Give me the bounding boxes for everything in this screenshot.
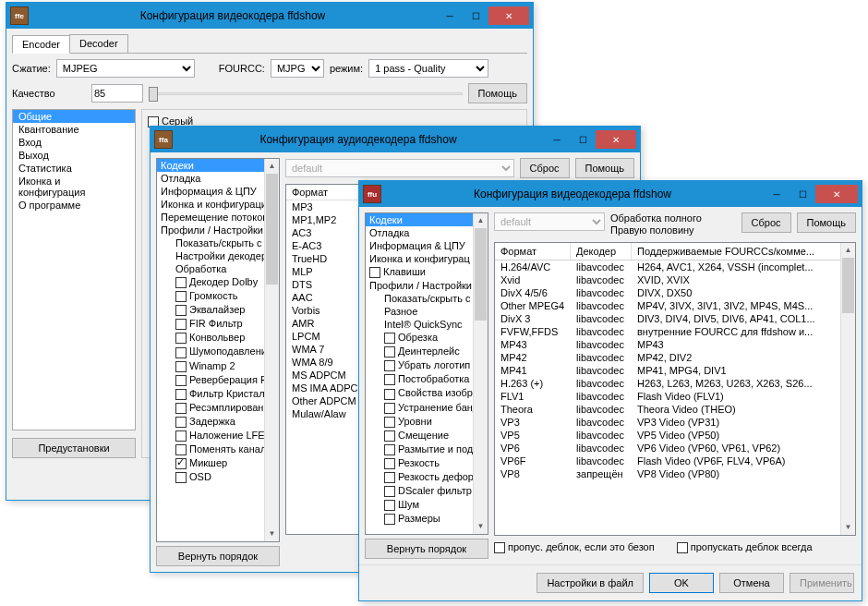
- tree-item[interactable]: Отладка: [157, 172, 279, 185]
- tree-item[interactable]: Микшер: [157, 456, 279, 470]
- th-fourcc[interactable]: Поддерживаемые FOURCCs/комме...: [632, 243, 855, 260]
- help-button[interactable]: Помощь: [468, 83, 528, 103]
- tree-item[interactable]: Профили / Настройки п: [366, 279, 488, 292]
- tree-item[interactable]: Иконка и конфигурац: [366, 252, 488, 265]
- tree-item[interactable]: Intel® QuickSync: [366, 318, 488, 331]
- tree-item[interactable]: Перемещение потоков: [157, 211, 279, 224]
- tree-item[interactable]: Обработка: [157, 262, 279, 275]
- th-format[interactable]: Формат: [495, 243, 571, 260]
- sidebar-item[interactable]: Выход: [13, 149, 135, 162]
- restore-order-button[interactable]: Вернуть порядок: [365, 539, 488, 559]
- tree-item[interactable]: Резкость деформа: [366, 470, 488, 484]
- table-row[interactable]: H.264/AVClibavcodecH264, AVC1, X264, VSS…: [495, 261, 855, 273]
- table-row[interactable]: VP3libavcodecVP3 Video (VP31): [495, 416, 855, 429]
- table-row[interactable]: MP43libavcodecMP43: [495, 338, 855, 351]
- tree-item[interactable]: Показать/скрыть с: [366, 292, 488, 305]
- help-button[interactable]: Помощь: [797, 212, 857, 233]
- tree-item[interactable]: Конвольвер: [157, 331, 279, 345]
- tree-item[interactable]: Устранение банди: [366, 401, 488, 415]
- sidebar-item[interactable]: Иконка и конфигурация: [13, 175, 135, 199]
- tree-item[interactable]: Смещение: [366, 429, 488, 442]
- tree-item[interactable]: Winamp 2: [157, 359, 279, 373]
- table-row[interactable]: VP8запрещёнVP8 Video (VP80): [495, 467, 855, 480]
- sidebar-item[interactable]: Общие: [13, 110, 135, 123]
- tree-item[interactable]: Обрезка: [366, 331, 488, 345]
- restore-order-button[interactable]: Вернуть порядок: [156, 546, 280, 566]
- minimize-icon[interactable]: ─: [764, 185, 790, 203]
- ok-button[interactable]: OK: [649, 573, 714, 593]
- reset-button[interactable]: Сброс: [520, 158, 570, 178]
- skip-deblock-always-checkbox[interactable]: пропускать деблок всегда: [677, 541, 813, 553]
- table-row[interactable]: VP6libavcodecVP6 Video (VP60, VP61, VP62…: [495, 442, 855, 454]
- tree-item[interactable]: Настройки декодер: [157, 249, 279, 262]
- tree-item[interactable]: Реверберация Free: [157, 373, 279, 387]
- tree-item[interactable]: FIR Фильтр: [157, 317, 279, 331]
- table-row[interactable]: H.263 (+)libavcodecH263, L263, M263, U26…: [495, 377, 855, 390]
- tree-item[interactable]: Постобработка: [366, 372, 488, 386]
- table-row[interactable]: FVFW,FFDSlibavcodecвнутренние FOURCC для…: [495, 325, 855, 338]
- table-row[interactable]: MP42libavcodecMP42, DIV2: [495, 351, 855, 364]
- tree-item[interactable]: Кодеки: [157, 159, 279, 172]
- tree-item[interactable]: Поменять каналы: [157, 442, 279, 456]
- maximize-icon[interactable]: ☐: [790, 185, 815, 203]
- table-row[interactable]: VP5libavcodecVP5 Video (VP50): [495, 429, 855, 442]
- tree-item[interactable]: Резкость: [366, 456, 488, 470]
- cancel-button[interactable]: Отмена: [719, 573, 784, 593]
- close-icon[interactable]: ✕: [488, 6, 529, 25]
- apply-button[interactable]: Применить: [790, 573, 854, 593]
- tree-item[interactable]: Профили / Настройки п: [157, 224, 279, 236]
- tree-item[interactable]: Шумоподавление: [157, 345, 279, 358]
- th-decoder[interactable]: Декодер: [571, 243, 632, 260]
- quality-input[interactable]: [91, 84, 143, 103]
- presets-button[interactable]: Предустановки: [12, 438, 136, 458]
- tree-item[interactable]: Громкость: [157, 289, 279, 303]
- table-row[interactable]: TheoralibavcodecTheora Video (THEO): [495, 403, 855, 416]
- sidebar-item[interactable]: Вход: [13, 136, 135, 149]
- maximize-icon[interactable]: ☐: [570, 130, 596, 149]
- tree-item[interactable]: OSD: [157, 470, 279, 484]
- tree-item[interactable]: Кодеки: [366, 213, 488, 226]
- table-row[interactable]: XvidlibavcodecXVID, XVIX: [495, 273, 855, 286]
- tree-item[interactable]: Показать/скрыть с: [157, 236, 279, 249]
- mode-select[interactable]: 1 pass - Quality: [368, 59, 488, 78]
- table-row[interactable]: VP6FlibavcodecFlash Video (VP6F, FLV4, V…: [495, 454, 855, 467]
- tree-item[interactable]: Информация & ЦПУ: [157, 185, 279, 198]
- fourcc-select[interactable]: MJPG: [271, 59, 324, 78]
- tree-item[interactable]: Уровни: [366, 415, 488, 429]
- tree-item[interactable]: Шум: [366, 498, 488, 512]
- tree-item[interactable]: Ресэмплирование: [157, 401, 279, 415]
- tree-item[interactable]: Информация & ЦПУ: [366, 239, 488, 252]
- tree-item[interactable]: Задержка: [157, 415, 279, 429]
- tree-item[interactable]: Деинтерлейс: [366, 345, 488, 358]
- tree-item[interactable]: Иконка и конфигурация: [157, 198, 279, 211]
- compress-select[interactable]: MJPEG: [56, 59, 195, 78]
- skip-deblock-safe-checkbox[interactable]: пропус. деблок, если это безоп: [494, 541, 655, 553]
- tab-encoder[interactable]: Encoder: [12, 35, 70, 54]
- close-icon[interactable]: ✕: [815, 185, 858, 203]
- tree-item[interactable]: Убрать логотип: [366, 358, 488, 372]
- sidebar-item[interactable]: О программе: [13, 199, 135, 212]
- minimize-icon[interactable]: ─: [544, 130, 570, 149]
- tree-item[interactable]: Декодер Dolby: [157, 275, 279, 289]
- table-row[interactable]: FLV1libavcodecFlash Video (FLV1): [495, 390, 855, 403]
- tab-decoder[interactable]: Decoder: [69, 34, 128, 53]
- tree-item[interactable]: Разное: [366, 305, 488, 318]
- tree-item[interactable]: Наложение LFE: [157, 429, 279, 442]
- tree-item[interactable]: Клавиши: [366, 265, 488, 279]
- tree-item[interactable]: Фильтр Кристальнос: [157, 387, 279, 401]
- sidebar-item[interactable]: Статистика: [13, 162, 135, 175]
- maximize-icon[interactable]: ☐: [463, 6, 488, 25]
- tree-item[interactable]: Размытие и подав: [366, 442, 488, 456]
- help-button[interactable]: Помощь: [575, 158, 635, 178]
- tree-item[interactable]: Эквалайзер: [157, 303, 279, 317]
- tree-item[interactable]: Отладка: [366, 226, 488, 239]
- close-icon[interactable]: ✕: [596, 130, 636, 149]
- tree-item[interactable]: Размеры: [366, 512, 488, 526]
- sidebar-item[interactable]: Квантование: [13, 123, 135, 136]
- table-row[interactable]: MP41libavcodecMP41, MPG4, DIV1: [495, 364, 855, 377]
- table-row[interactable]: Other MPEG4libavcodecMP4V, 3IVX, 3IV1, 3…: [495, 299, 855, 312]
- minimize-icon[interactable]: ─: [437, 6, 463, 25]
- tree-item[interactable]: Свойства изображ: [366, 386, 488, 400]
- table-row[interactable]: DivX 4/5/6libavcodecDIVX, DX50: [495, 286, 855, 299]
- table-row[interactable]: DivX 3libavcodecDIV3, DIV4, DIV5, DIV6, …: [495, 312, 855, 325]
